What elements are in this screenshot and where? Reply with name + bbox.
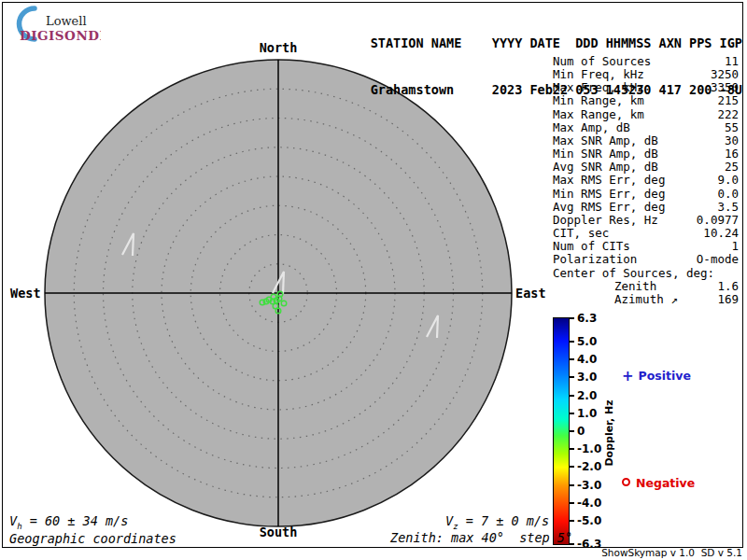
measurement-stats-table: Num of Sources11Min Freq, kHz3250Max Fre… [553, 55, 739, 306]
stat-value: 1.6 [717, 280, 739, 293]
circle-marker-icon [622, 478, 630, 486]
stat-label: Min Range, km [553, 94, 644, 107]
stat-row: CIT, sec10.24 [553, 227, 739, 240]
colorbar-tick-label: 5.0 [577, 335, 597, 348]
vz-value: = 7 ± 0 m/s [458, 513, 550, 528]
stat-label: Max Range, km [553, 108, 644, 121]
stat-row: Avg RMS Err, deg3.5 [553, 201, 739, 214]
stat-row: Min Range, km215 [553, 94, 739, 107]
stat-label: Azimuth ↗ [614, 293, 678, 306]
stat-value: 25 [725, 161, 739, 174]
compass-label-north: North [260, 40, 298, 55]
stat-value: O-mode [697, 253, 739, 266]
stat-row: Min RMS Err, deg0.0 [553, 188, 739, 201]
colorbar-tick-mark [569, 484, 574, 486]
colorbar-tick-label: 1.0 [577, 407, 597, 420]
stat-value: 16 [725, 147, 739, 161]
colorbar-tick-label: 4.0 [577, 353, 597, 366]
stat-row: PolarizationO-mode [553, 253, 739, 266]
stat-label: Avg RMS Err, deg [553, 201, 665, 214]
vertical-velocity-readout: Vz = 7 ± 0 m/s [445, 513, 549, 531]
stat-value: 55 [725, 121, 739, 134]
stat-row: Num of Sources11 [553, 55, 739, 68]
stat-row: Num of CITs1 [553, 240, 739, 253]
header-column-titles: STATION NAME YYYY DATE DDD HHMMSS AXN PP… [371, 35, 742, 51]
coordinate-system-label: Geographic coordinates [9, 531, 176, 546]
stat-label: Num of Sources [553, 55, 651, 68]
stat-value: 10.24 [703, 227, 739, 240]
horizontal-velocity-readout: Vh = 60 ± 34 m/s [9, 513, 128, 531]
stat-value: 3250 [711, 68, 739, 81]
stat-label: Doppler Res, Hz [553, 214, 658, 227]
doppler-colorbar [553, 317, 570, 545]
stat-row: Avg SNR Amp, dB25 [553, 161, 739, 174]
compass-label-south: South [260, 525, 298, 539]
vh-symbol: V [9, 513, 17, 528]
colorbar-tick-mark [569, 448, 574, 450]
stat-value: 0.0 [717, 188, 739, 201]
stat-label: Max Freq, kHz [553, 81, 644, 94]
colorbar-tick-label: -3.0 [577, 479, 601, 492]
legend-positive: +Positive [622, 368, 691, 385]
stat-value: 3.5 [717, 201, 739, 214]
stat-label: Min Freq, kHz [553, 68, 644, 81]
stat-row: Max Range, km222 [553, 108, 739, 121]
compass-label-east: East [515, 286, 546, 301]
vz-symbol: V [445, 513, 453, 528]
stat-value: 0.0977 [697, 214, 739, 227]
stat-label: Max SNR Amp, dB [553, 134, 658, 147]
stat-row: Azimuth ↗169 [553, 293, 739, 306]
stat-row: Max SNR Amp, dB30 [553, 134, 739, 147]
stat-value: 9.0 [717, 174, 739, 187]
logo-graphic: Lowell DIGISONDE [7, 4, 101, 45]
colorbar-tick-label: -2.0 [577, 460, 601, 473]
colorbar-tick-label: -5.0 [577, 514, 601, 527]
stat-row: Min SNR Amp, dB16 [553, 147, 739, 161]
colorbar-tick-label: 6.3 [577, 312, 597, 325]
stat-label: Num of CITs [553, 240, 630, 253]
logo-digisonde-text: DIGISONDE [20, 28, 101, 43]
stat-value: 3350 [711, 81, 739, 94]
stat-label: Min SNR Amp, dB [553, 147, 658, 161]
colorbar-tick-mark [569, 520, 574, 522]
colorbar-tick-mark [569, 395, 574, 397]
stat-label: Avg SNR Amp, dB [553, 161, 658, 174]
stat-value: 215 [717, 94, 739, 107]
stat-label: Max RMS Err, deg [553, 174, 665, 187]
stat-value: 169 [717, 293, 739, 306]
stat-label: Polarization [553, 253, 637, 266]
stat-row: Max Amp, dB55 [553, 121, 739, 134]
colorbar-tick-mark [569, 502, 574, 504]
colorbar-tick-label: 2.0 [577, 389, 597, 402]
stat-label: Max Amp, dB [553, 121, 630, 134]
colorbar-tick-mark [569, 466, 574, 468]
stat-label: Zenith [614, 280, 656, 293]
stat-label: Min RMS Err, deg [553, 188, 665, 201]
stat-value: 222 [717, 108, 739, 121]
colorbar-axis-label: Doppler, Hz [603, 399, 615, 466]
colorbar-tick-label: -1.0 [577, 442, 601, 455]
colorbar-tick-mark [569, 317, 574, 319]
colorbar-tick-mark [569, 341, 574, 343]
stat-value: 11 [725, 55, 739, 68]
plus-marker-icon: + [622, 368, 634, 385]
version-label: ShowSkymap v 1.0 SD v 5.1 [601, 547, 742, 558]
colorbar-tick-label: -6.3 [577, 538, 601, 551]
legend-negative: Negative [622, 476, 695, 490]
colorbar-tick-mark [569, 413, 574, 414]
logo-lowell-text: Lowell [46, 14, 87, 28]
legend-negative-label: Negative [636, 476, 695, 490]
colorbar-ticks: 6.35.04.03.02.01.00-1.0-2.0-3.0-4.0-5.0-… [569, 317, 634, 543]
stat-row: Min Freq, kHz3250 [553, 68, 739, 81]
stat-row: Max RMS Err, deg9.0 [553, 174, 739, 187]
legend-positive-label: Positive [639, 369, 691, 383]
colorbar-tick-mark [569, 358, 574, 360]
colorbar-tick-label: -4.0 [577, 497, 601, 510]
zenith-scale-note: Zenith: max 40° step 5° [390, 530, 572, 545]
vh-value: = 60 ± 34 m/s [22, 513, 129, 528]
showskymap-window: Lowell DIGISONDE STATION NAME YYYY DATE … [0, 0, 747, 560]
stat-label: CIT, sec [553, 227, 609, 240]
stat-row: Doppler Res, Hz0.0977 [553, 214, 739, 227]
compass-label-west: West [10, 286, 41, 301]
colorbar-tick-label: 0 [577, 425, 585, 438]
